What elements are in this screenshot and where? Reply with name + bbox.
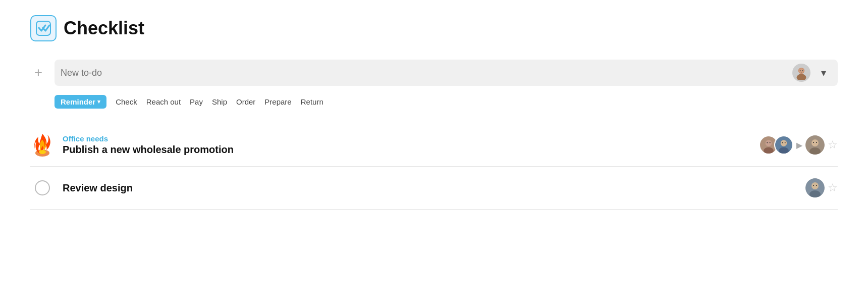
new-todo-input-wrap: ▾	[55, 60, 838, 86]
reminder-tag[interactable]: Reminder ▾	[55, 95, 106, 109]
task-category-1: Office needs	[63, 134, 751, 143]
play-icon[interactable]: ▶	[796, 140, 802, 150]
svg-point-9	[766, 140, 772, 146]
header: Checklist	[30, 15, 838, 41]
page-title: Checklist	[64, 18, 144, 39]
task-divider-2	[30, 209, 838, 210]
new-todo-input[interactable]	[61, 68, 787, 78]
star-icon-2[interactable]: ☆	[828, 181, 838, 194]
svg-point-24	[811, 182, 819, 189]
tag-ship[interactable]: Ship	[212, 97, 227, 106]
task-content-2: Review design	[63, 182, 797, 194]
task-icon-circle[interactable]	[30, 176, 55, 200]
tag-row: Reminder ▾ Check Reach out Pay Ship Orde…	[55, 95, 838, 109]
svg-point-11	[767, 142, 768, 143]
reminder-caret: ▾	[97, 98, 100, 105]
svg-point-17	[785, 142, 786, 143]
task-avatar-group-1	[759, 135, 793, 155]
task-actions-2: ☆	[805, 178, 838, 197]
svg-point-2	[797, 74, 806, 80]
svg-point-16	[782, 142, 783, 143]
task-title-2: Review design	[63, 182, 797, 194]
svg-point-26	[813, 185, 814, 186]
star-icon-1[interactable]: ☆	[828, 138, 838, 152]
task-icon-fire	[30, 133, 55, 157]
task-checkbox-2[interactable]	[35, 180, 50, 195]
task-row-2: Review design ☆	[30, 167, 838, 209]
task-row: Office needs Publish a new wholesale pro…	[30, 124, 838, 166]
app-logo	[30, 15, 57, 41]
svg-point-22	[816, 142, 817, 143]
expand-button[interactable]: ▾	[816, 65, 832, 81]
task-title-1: Publish a new wholesale promotion	[63, 144, 751, 156]
svg-point-4	[800, 70, 801, 71]
task-avatar-1b	[774, 135, 793, 155]
task-content-1: Office needs Publish a new wholesale pro…	[63, 134, 751, 156]
svg-point-7	[39, 150, 46, 154]
tag-return[interactable]: Return	[301, 97, 323, 106]
tag-pay[interactable]: Pay	[190, 97, 203, 106]
svg-point-19	[811, 139, 819, 146]
task-avatar-2a	[805, 178, 825, 197]
tag-prepare[interactable]: Prepare	[264, 97, 291, 106]
tag-order[interactable]: Order	[236, 97, 255, 106]
svg-point-14	[781, 140, 787, 146]
task-avatar-1c	[805, 135, 825, 155]
svg-point-5	[802, 70, 803, 71]
page: Checklist + ▾ Reminder	[0, 0, 868, 225]
svg-point-12	[770, 142, 771, 143]
tag-check[interactable]: Check	[116, 97, 137, 106]
tag-reach-out[interactable]: Reach out	[146, 97, 181, 106]
assignee-avatar	[792, 64, 810, 82]
svg-point-27	[816, 185, 817, 186]
svg-point-21	[813, 142, 814, 143]
task-actions-1: ▶ ☆	[759, 135, 838, 155]
add-todo-button[interactable]: +	[30, 65, 46, 81]
new-todo-row: + ▾	[30, 60, 838, 86]
